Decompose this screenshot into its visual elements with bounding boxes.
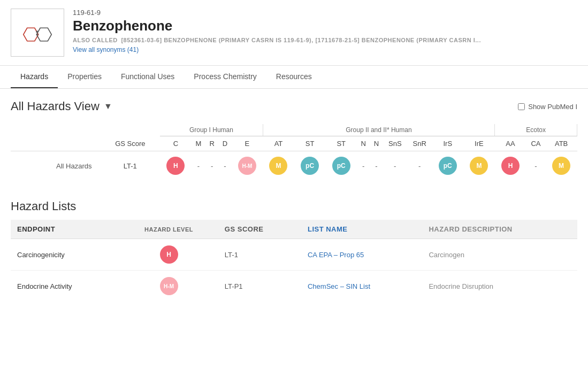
compound-header: 119-61-9 Benzophenone ALSO CALLED [85236… [0, 0, 588, 66]
hazard-lists-title: Hazard Lists [11, 199, 577, 213]
header-list-name: LIST NAME [301, 220, 422, 239]
dropdown-arrow-icon[interactable]: ▼ [104, 102, 112, 111]
cell-aa: H [495, 151, 526, 181]
col-r: R [205, 136, 218, 151]
hazard-level-carcinogenicity: H [119, 239, 218, 271]
ecotox-header: Ecotox [495, 124, 577, 136]
cell-n1: - [357, 151, 370, 181]
cell-m: - [192, 151, 205, 181]
cell-atb: M [546, 151, 577, 181]
show-pubmed-label: Show PubMed I [528, 103, 577, 111]
list-name-endocrine[interactable]: ChemSec – SIN List [301, 271, 422, 302]
empty-gs-col [100, 124, 160, 136]
hazard-desc-carcinogenicity: Carcinogen [422, 239, 577, 271]
cell-e: H-M [232, 151, 263, 181]
compound-image [11, 9, 64, 57]
endocrine-circle: H-M [160, 277, 178, 295]
irE-circle: M [470, 157, 488, 175]
header-hazard-description: HAZARD DESCRIPTION [422, 220, 577, 239]
tab-functional-uses[interactable]: Functional Uses [111, 66, 184, 88]
cell-snR: - [407, 151, 432, 181]
empty-label-col [11, 124, 100, 136]
show-pubmed-checkbox[interactable] [518, 103, 525, 110]
col-d: D [218, 136, 231, 151]
nav-tabs: Hazards Properties Functional Uses Proce… [0, 66, 588, 89]
col-n2: N [370, 136, 383, 151]
col-irE: IrE [463, 136, 495, 151]
cell-n2: - [370, 151, 383, 181]
col-atb: ATB [546, 136, 577, 151]
cell-r: - [205, 151, 218, 181]
col-e: E [232, 136, 263, 151]
cell-irE: M [463, 151, 495, 181]
cell-st2: pC [325, 151, 357, 181]
hazard-level-endocrine: H-M [119, 271, 218, 302]
col-c: C [160, 136, 192, 151]
hazard-desc-endocrine: Endocrine Disruption [422, 271, 577, 302]
hazard-lists-tbody: Carcinogenicity H LT-1 CA EPA – Prop 65 … [11, 239, 577, 302]
all-hazards-row: All Hazards LT-1 H - - - H-M M pC pC - -… [11, 151, 577, 181]
col-header-row: GS Score C M R D E AT ST ST N N SnS SnR … [11, 136, 577, 151]
endpoint-carcinogenicity: Carcinogenicity [11, 239, 119, 271]
compound-casrn: 119-61-9 [73, 9, 481, 17]
hazards-view-title-text: All Hazards View [11, 99, 100, 113]
endpoint-endocrine: Endocrine Activity [11, 271, 119, 302]
c-circle: H [166, 157, 185, 175]
list-item: Endocrine Activity H-M LT-P1 ChemSec – S… [11, 271, 577, 302]
compound-info: 119-61-9 Benzophenone ALSO CALLED [85236… [73, 9, 481, 53]
compound-also-called: ALSO CALLED [852361-03-6] Benzophenone (… [73, 36, 481, 44]
gs-score-value: LT-1 [100, 151, 160, 181]
hazards-view-header: All Hazards View ▼ Show PubMed I [11, 89, 577, 119]
atb-circle: M [552, 157, 570, 175]
hazard-lists-section: Hazard Lists ENDPOINT HAZARD LEVEL GS SC… [11, 199, 577, 302]
compound-name: Benzophenone [73, 18, 481, 34]
col-n1: N [357, 136, 370, 151]
st2-circle: pC [332, 157, 350, 175]
tab-properties[interactable]: Properties [58, 66, 111, 88]
carcinogenicity-circle: H [160, 245, 178, 264]
group-header-row: Group I Human Group II and II* Human Eco… [11, 124, 577, 136]
col-gs-score: GS Score [100, 136, 160, 151]
col-empty-label [11, 136, 100, 151]
col-at: AT [263, 136, 294, 151]
hazards-table-container: Group I Human Group II and II* Human Eco… [11, 124, 577, 180]
col-aa: AA [495, 136, 526, 151]
cell-snS: - [383, 151, 407, 181]
main-content: All Hazards View ▼ Show PubMed I Group I… [0, 89, 588, 302]
group2-human-header: Group II and II* Human [263, 124, 495, 136]
cell-d: - [218, 151, 231, 181]
row-label: All Hazards [11, 151, 100, 181]
tab-hazards[interactable]: Hazards [11, 66, 58, 88]
header-gs-score: GS SCORE [218, 220, 301, 239]
header-endpoint: ENDPOINT [11, 220, 119, 239]
cell-ca: - [526, 151, 545, 181]
col-st1: ST [294, 136, 326, 151]
tab-resources[interactable]: Resources [266, 66, 322, 88]
col-snS: SnS [383, 136, 407, 151]
col-irS: IrS [432, 136, 463, 151]
list-item: Carcinogenicity H LT-1 CA EPA – Prop 65 … [11, 239, 577, 271]
col-snR: SnR [407, 136, 432, 151]
also-called-text: [852361-03-6] Benzophenone (primary CASR… [121, 37, 481, 43]
header-hazard-level: HAZARD LEVEL [119, 220, 218, 239]
aa-circle: H [501, 157, 520, 175]
cell-at: M [263, 151, 294, 181]
hazard-lists-table: ENDPOINT HAZARD LEVEL GS SCORE LIST NAME… [11, 220, 577, 302]
tab-process-chemistry[interactable]: Process Chemistry [184, 66, 266, 88]
st1-circle: pC [301, 157, 319, 175]
cell-st1: pC [294, 151, 326, 181]
cell-irS: pC [432, 151, 463, 181]
list-name-carcinogenicity[interactable]: CA EPA – Prop 65 [301, 239, 422, 271]
synonyms-link[interactable]: View all synonyms (41) [73, 46, 481, 53]
col-m: M [192, 136, 205, 151]
hazards-view-title: All Hazards View ▼ [11, 99, 112, 113]
also-called-label: ALSO CALLED [73, 37, 118, 43]
col-st2: ST [325, 136, 357, 151]
irS-circle: pC [439, 157, 457, 175]
gs-score-endocrine: LT-P1 [218, 271, 301, 302]
hazard-lists-thead: ENDPOINT HAZARD LEVEL GS SCORE LIST NAME… [11, 220, 577, 239]
show-pubmed-control: Show PubMed I [518, 103, 577, 111]
at-circle: M [269, 157, 287, 175]
hazard-lists-header-row: ENDPOINT HAZARD LEVEL GS SCORE LIST NAME… [11, 220, 577, 239]
group1-human-header: Group I Human [160, 124, 263, 136]
